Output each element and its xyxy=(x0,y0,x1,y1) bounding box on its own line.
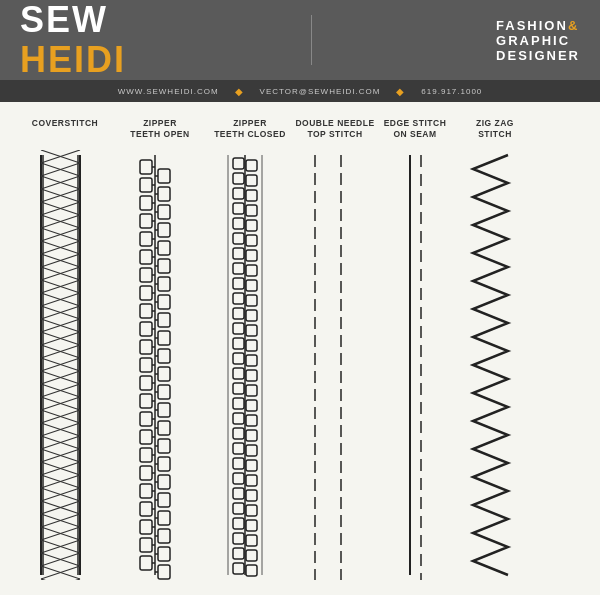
svg-rect-206 xyxy=(233,458,244,469)
svg-rect-188 xyxy=(233,323,244,334)
svg-rect-75 xyxy=(158,169,170,183)
svg-rect-220 xyxy=(233,563,244,574)
svg-rect-81 xyxy=(140,196,152,210)
svg-rect-159 xyxy=(158,547,170,561)
svg-rect-216 xyxy=(233,533,244,544)
stitches-container: // will generate via JS below xyxy=(10,150,590,580)
svg-rect-137 xyxy=(140,448,152,462)
svg-rect-103 xyxy=(158,295,170,309)
svg-rect-191 xyxy=(246,340,257,351)
svg-rect-99 xyxy=(158,277,170,291)
svg-rect-214 xyxy=(233,518,244,529)
label-zigzag: ZIG ZAGSTITCH xyxy=(455,118,535,140)
svg-line-70 xyxy=(41,579,80,580)
dot1: ◆ xyxy=(235,86,244,97)
svg-rect-173 xyxy=(246,205,257,216)
svg-rect-192 xyxy=(233,353,244,364)
svg-rect-157 xyxy=(140,538,152,552)
svg-rect-179 xyxy=(246,250,257,261)
svg-rect-109 xyxy=(140,322,152,336)
logo-sew: SEW xyxy=(20,2,126,38)
double-needle-svg xyxy=(293,150,368,580)
brand-fashion: FASHION& xyxy=(496,18,580,33)
svg-rect-172 xyxy=(233,203,244,214)
svg-rect-182 xyxy=(233,278,244,289)
svg-rect-143 xyxy=(158,475,170,489)
email-link: VECTOR@SEWHEIDI.COM xyxy=(260,87,381,96)
svg-rect-185 xyxy=(246,295,257,306)
label-zipper-closed: ZIPPERTEETH CLOSED xyxy=(205,118,295,140)
svg-rect-218 xyxy=(233,548,244,559)
svg-rect-171 xyxy=(246,190,257,201)
svg-rect-166 xyxy=(233,158,244,169)
svg-rect-79 xyxy=(158,187,170,201)
svg-rect-201 xyxy=(246,415,257,426)
svg-rect-178 xyxy=(233,248,244,259)
phone-number: 619.917.1000 xyxy=(421,87,482,96)
main-content: COVERSTITCH ZIPPERTEETH OPEN ZIPPERTEETH… xyxy=(0,102,600,590)
svg-rect-168 xyxy=(233,173,244,184)
svg-rect-196 xyxy=(233,383,244,394)
website-link: WWW.SEWHEIDI.COM xyxy=(118,87,219,96)
svg-rect-135 xyxy=(158,439,170,453)
svg-rect-170 xyxy=(233,188,244,199)
svg-rect-149 xyxy=(140,502,152,516)
logo-text: SEW HEIDI xyxy=(20,2,126,78)
svg-rect-197 xyxy=(246,385,257,396)
svg-rect-121 xyxy=(140,376,152,390)
svg-rect-205 xyxy=(246,445,257,456)
svg-rect-208 xyxy=(233,473,244,484)
subheader: WWW.SEWHEIDI.COM ◆ VECTOR@SEWHEIDI.COM ◆… xyxy=(0,80,600,102)
dot2: ◆ xyxy=(396,86,405,97)
svg-rect-184 xyxy=(233,293,244,304)
svg-rect-97 xyxy=(140,268,152,282)
svg-rect-145 xyxy=(140,484,152,498)
svg-rect-169 xyxy=(246,175,257,186)
svg-rect-111 xyxy=(158,331,170,345)
svg-rect-133 xyxy=(140,430,152,444)
svg-rect-95 xyxy=(158,259,170,273)
edge-stitch-col xyxy=(370,150,450,580)
column-labels: COVERSTITCH ZIPPERTEETH OPEN ZIPPERTEETH… xyxy=(10,118,590,140)
svg-rect-199 xyxy=(246,400,257,411)
svg-rect-153 xyxy=(140,520,152,534)
svg-rect-87 xyxy=(158,223,170,237)
svg-rect-91 xyxy=(158,241,170,255)
double-needle-col xyxy=(290,150,370,580)
svg-rect-180 xyxy=(233,263,244,274)
svg-rect-189 xyxy=(246,325,257,336)
logo-section: SEW HEIDI xyxy=(20,2,126,78)
svg-rect-129 xyxy=(140,412,152,426)
svg-rect-127 xyxy=(158,403,170,417)
svg-rect-200 xyxy=(233,413,244,424)
svg-rect-217 xyxy=(246,535,257,546)
svg-rect-212 xyxy=(233,503,244,514)
svg-rect-139 xyxy=(158,457,170,471)
zigzag-col xyxy=(450,150,530,580)
label-coverstitch: COVERSTITCH xyxy=(15,118,115,129)
svg-rect-207 xyxy=(246,460,257,471)
svg-rect-107 xyxy=(158,313,170,327)
coverstitch-svg: // will generate via JS below xyxy=(13,150,108,580)
svg-rect-174 xyxy=(233,218,244,229)
label-zipper-open: ZIPPERTEETH OPEN xyxy=(115,118,205,140)
svg-rect-202 xyxy=(233,428,244,439)
svg-rect-183 xyxy=(246,280,257,291)
svg-rect-210 xyxy=(233,488,244,499)
svg-rect-85 xyxy=(140,214,152,228)
brand-tagline: FASHION& GRAPHIC DESIGNER xyxy=(496,18,580,63)
svg-rect-119 xyxy=(158,367,170,381)
label-double-needle: DOUBLE NEEDLETOP STITCH xyxy=(295,118,375,140)
edge-stitch-svg xyxy=(373,150,448,580)
svg-rect-194 xyxy=(233,368,244,379)
svg-rect-123 xyxy=(158,385,170,399)
svg-line-71 xyxy=(41,579,80,580)
svg-rect-209 xyxy=(246,475,257,486)
svg-rect-167 xyxy=(246,160,257,171)
brand-designer: DESIGNER xyxy=(496,48,580,63)
svg-rect-195 xyxy=(246,370,257,381)
zipper-open-col xyxy=(110,150,200,580)
svg-rect-131 xyxy=(158,421,170,435)
svg-rect-203 xyxy=(246,430,257,441)
svg-rect-176 xyxy=(233,233,244,244)
